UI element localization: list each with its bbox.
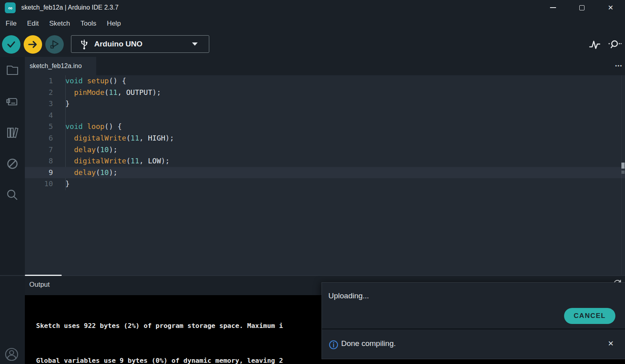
verify-button[interactable] <box>2 35 20 54</box>
uploading-text: Uploading... <box>328 292 369 300</box>
scrollbar-marker-dim <box>621 171 625 174</box>
tab-overflow-button[interactable]: ••• <box>615 57 623 75</box>
menu-tools[interactable]: Tools <box>75 18 102 30</box>
board-selector[interactable]: Arduino UNO <box>71 35 209 53</box>
code-editor[interactable]: 1void setup() {2 pinMode(11, OUTPUT);3}4… <box>25 75 625 275</box>
sidebar-item-sketchbook[interactable] <box>5 63 20 78</box>
minimize-icon <box>550 7 556 8</box>
code-line[interactable]: 2 pinMode(11, OUTPUT); <box>25 87 625 99</box>
tab-sketch-ino[interactable]: sketch_feb12a.ino <box>25 57 96 75</box>
menu-edit[interactable]: Edit <box>22 18 44 30</box>
overview-ruler <box>621 75 622 275</box>
output-panel-title: Output <box>29 281 50 289</box>
scrollbar-marker[interactable] <box>621 163 625 169</box>
right-arrow-icon <box>28 40 38 49</box>
sidebar-item-debug[interactable] <box>5 157 20 171</box>
serial-plotter-button[interactable] <box>587 37 602 52</box>
code-line[interactable]: 9 delay(10); <box>25 167 625 179</box>
serial-monitor-icon <box>607 38 622 50</box>
line-number: 10 <box>25 178 53 190</box>
line-number: 1 <box>25 75 53 87</box>
toolbar: Arduino UNO <box>0 32 625 57</box>
close-button[interactable]: ✕ <box>596 0 625 15</box>
debug-icon <box>49 39 60 50</box>
line-number: 3 <box>25 98 53 110</box>
line-number: 5 <box>25 121 53 133</box>
serial-plotter-icon <box>588 38 601 50</box>
panel-splitter-handle[interactable] <box>25 275 62 276</box>
menu-bar: File Edit Sketch Tools Help <box>0 15 625 32</box>
close-icon: ✕ <box>608 4 613 12</box>
code-line[interactable]: 5void loop() { <box>25 121 625 133</box>
minimize-button[interactable] <box>538 0 567 15</box>
notification-panel: Uploading... CANCEL Done compiling. ✕ <box>322 282 625 359</box>
ellipsis-icon: ••• <box>615 63 623 69</box>
sidebar-item-library-manager[interactable] <box>5 125 20 140</box>
account-button[interactable] <box>4 347 19 362</box>
account-icon <box>4 347 19 362</box>
folder-icon <box>5 63 20 78</box>
arduino-logo-icon: ∞ <box>5 2 16 13</box>
menu-sketch[interactable]: Sketch <box>44 18 75 30</box>
info-icon <box>329 340 338 350</box>
search-icon <box>5 188 20 202</box>
done-compiling-text: Done compiling. <box>341 339 396 348</box>
code-line[interactable]: 8 digitalWrite(11, LOW); <box>25 155 625 167</box>
sidebar-item-search[interactable] <box>5 188 20 202</box>
serial-monitor-button[interactable] <box>607 37 622 52</box>
line-number: 9 <box>25 167 53 179</box>
tab-label: sketch_feb12a.ino <box>30 62 82 70</box>
line-number: 6 <box>25 133 53 144</box>
line-number: 2 <box>25 87 53 99</box>
notification-uploading: Uploading... CANCEL <box>322 283 625 328</box>
code-line[interactable]: 6 digitalWrite(11, HIGH); <box>25 133 625 144</box>
line-number: 8 <box>25 155 53 167</box>
code-lines: 1void setup() {2 pinMode(11, OUTPUT);3}4… <box>25 75 625 190</box>
sidebar-item-boards-manager[interactable] <box>5 95 20 109</box>
notification-close-button[interactable]: ✕ <box>608 339 614 348</box>
line-number: 7 <box>25 144 53 156</box>
code-line[interactable]: 4 <box>25 110 625 121</box>
code-line[interactable]: 3} <box>25 98 625 110</box>
notification-done-compiling: Done compiling. ✕ <box>322 330 625 360</box>
usb-icon <box>80 38 89 50</box>
upload-button[interactable] <box>24 35 42 54</box>
chevron-down-icon <box>192 42 198 46</box>
maximize-button[interactable] <box>567 0 596 15</box>
checkmark-icon <box>6 40 16 49</box>
code-line[interactable]: 1void setup() { <box>25 75 625 87</box>
board-icon <box>5 95 20 109</box>
close-icon: ✕ <box>608 340 614 348</box>
debug-button[interactable] <box>45 35 64 54</box>
code-line[interactable]: 7 delay(10); <box>25 144 625 156</box>
code-line[interactable]: 10} <box>25 178 625 190</box>
title-bar: ∞ sketch_feb12a | Arduino IDE 2.3.7 ✕ <box>0 0 625 15</box>
activity-bar <box>0 57 25 364</box>
menu-file[interactable]: File <box>0 18 22 30</box>
window-title: sketch_feb12a | Arduino IDE 2.3.7 <box>21 4 119 11</box>
cancel-button[interactable]: CANCEL <box>564 308 615 324</box>
board-selector-label: Arduino UNO <box>94 40 142 48</box>
library-icon <box>5 125 20 140</box>
menu-help[interactable]: Help <box>101 18 126 30</box>
debug-disabled-icon <box>5 157 20 171</box>
maximize-icon <box>579 5 585 10</box>
line-number: 4 <box>25 110 53 121</box>
arduino-ide-window: ∞ sketch_feb12a | Arduino IDE 2.3.7 ✕ Fi… <box>0 0 625 364</box>
tab-bar: sketch_feb12a.ino ••• <box>25 57 625 75</box>
